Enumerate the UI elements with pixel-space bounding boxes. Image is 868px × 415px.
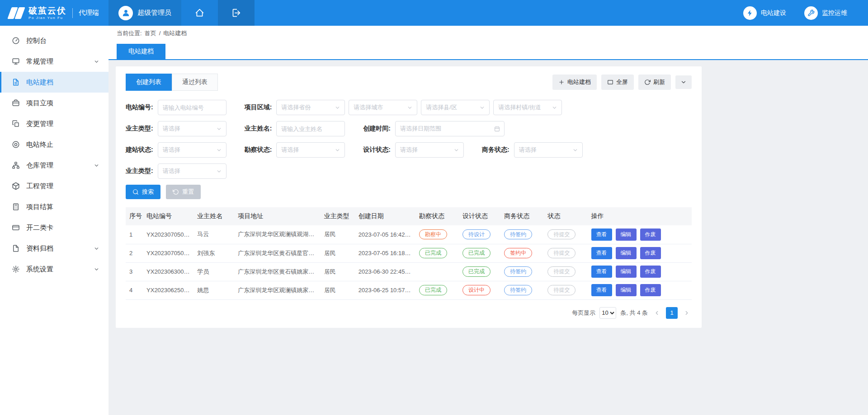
cell-owner: 刘强东 [193,244,234,262]
cell-created: 2023-07-05 16:18:50 [355,244,415,262]
cube-icon [12,182,20,190]
reset-icon [173,189,179,195]
filter-field: 商务状态:请选择 [482,142,583,158]
edit-button[interactable]: 编辑 [616,247,637,259]
filter-label: 建站状态: [126,146,153,154]
breadcrumb-home[interactable]: 首页 [145,29,156,37]
sidebar-item-label: 常规管理 [26,57,53,66]
column-header: 勘察状态 [415,207,459,225]
page-tab-station-filing[interactable]: 电站建档 [117,44,165,59]
logout-button[interactable] [218,0,255,26]
filter-select[interactable]: 请选择省份 [276,100,345,115]
chevron-down-icon [680,79,687,85]
monitor-icon [12,57,20,65]
logo-text: 破茧云伏 Po Jian Yun Fu [28,6,66,20]
breadcrumb-prefix: 当前位置: [117,29,142,37]
search-button[interactable]: 搜索 [126,185,160,199]
filter-select[interactable]: 请选择县/区 [421,100,490,115]
edit-button[interactable]: 编辑 [616,284,637,296]
chevron-down-icon [216,126,222,132]
edit-button[interactable]: 编辑 [616,228,637,241]
sidebar-item-type2-card[interactable]: 开二类卡 [0,217,108,238]
filter-select[interactable]: 请选择 [158,163,226,179]
view-button[interactable]: 查看 [591,284,612,296]
fullscreen-button[interactable]: 全屏 [601,75,634,90]
nav-station-construction[interactable]: 电站建设 [743,6,786,20]
filter-field: 业主姓名: [245,121,345,136]
sidebar-item-station-filing[interactable]: 电站建档 [0,72,108,93]
cell-owner: 马云 [193,225,234,244]
sidebar-item-archiving[interactable]: 资料归档 [0,238,108,259]
sidebar-item-general-mgmt[interactable]: 常规管理 [0,51,108,72]
edit-button[interactable]: 编辑 [616,266,637,278]
table-row: 4YX2023062500004姚思广东深圳龙华区观澜镇姚家庄...居民2023… [126,281,692,299]
filter-select[interactable]: 请选择村镇/街道 [493,100,562,115]
filter-label: 业主姓名: [245,125,272,133]
row-actions: 查看编辑作废 [591,266,688,278]
filter-label: 电站编号: [126,103,153,112]
sidebar-item-label: 控制台 [26,37,47,45]
sidebar-item-project-initiation[interactable]: 项目立项 [0,93,108,113]
void-button[interactable]: 作废 [640,228,661,241]
nav-label: 监控运维 [822,9,847,17]
sidebar-item-project-settlement[interactable]: 项目结算 [0,196,108,217]
status-badge: 待提交 [547,266,576,276]
content-card: 创建列表通过列表 电站建档 全屏 刷新 电站编号:项目区域: [116,66,702,328]
prev-page-button[interactable] [652,308,662,318]
date-range-input[interactable]: 请选择日期范围 [395,121,505,136]
filter-select[interactable]: 请选择城市 [349,100,417,115]
filter-select[interactable]: 请选择 [395,142,464,158]
filter-input[interactable] [158,100,226,115]
collapse-filters-button[interactable] [675,75,692,89]
button-label: 电站建档 [567,78,591,86]
header-right-nav: 电站建设监控运维 [743,0,868,26]
create-station-button[interactable]: 电站建档 [552,75,597,90]
per-page-select[interactable]: 10 [599,307,616,319]
placeholder-text: 请选择 [163,167,180,175]
void-button[interactable]: 作废 [640,266,661,278]
column-header: 商务状态 [500,207,544,225]
user-icon [122,9,130,17]
filter-select[interactable]: 请选择 [514,142,583,158]
filter-select[interactable]: 请选择 [158,121,226,136]
placeholder-text: 请选择 [519,146,537,154]
placeholder-text: 请选择 [400,146,418,154]
filter-select[interactable]: 请选择 [276,142,345,158]
filter-input[interactable] [276,121,345,136]
sidebar-item-change-mgmt[interactable]: 变更管理 [0,113,108,134]
next-page-button[interactable] [682,308,692,318]
view-button[interactable]: 查看 [591,247,612,259]
tab-passed-list[interactable]: 通过列表 [172,74,218,91]
row-actions: 查看编辑作废 [591,247,688,259]
home-button[interactable] [181,0,218,26]
sidebar-item-system-settings[interactable]: 系统设置 [0,259,108,280]
sidebar-item-station-termination[interactable]: 电站终止 [0,134,108,155]
cell-address: 广东深圳龙华区黄石镇星官大... [234,244,320,262]
filter-field: 请选择村镇/街道 [493,100,562,115]
cell-actions: 查看编辑作废 [588,281,692,299]
refresh-button[interactable]: 刷新 [638,75,671,90]
sidebar-item-engineering-mgmt[interactable]: 工程管理 [0,176,108,196]
button-label: 重置 [182,188,194,196]
cell-actions: 查看编辑作废 [588,262,692,281]
page-number-current[interactable]: 1 [666,307,678,319]
filter-select[interactable]: 请选择 [158,142,226,158]
filter-row: 业主类型:请选择 [126,163,692,179]
sidebar-item-console[interactable]: 控制台 [0,30,108,51]
cell-code: YX2023062500004 [143,281,193,299]
cell-business-status: 签约中 [500,244,544,262]
tab-create-list[interactable]: 创建列表 [126,74,172,91]
view-button[interactable]: 查看 [591,266,612,278]
user-menu[interactable]: 超级管理员 [108,0,181,26]
nav-monitoring-ops[interactable]: 监控运维 [804,6,847,20]
void-button[interactable]: 作废 [640,247,661,259]
void-button[interactable]: 作废 [640,284,661,296]
portal-label: 代理端 [79,9,99,17]
button-label: 刷新 [653,78,665,86]
filter-field: 请选择城市 [349,100,417,115]
reset-button[interactable]: 重置 [166,185,201,199]
view-button[interactable]: 查看 [591,228,612,241]
icon-circle [743,6,757,20]
filter-field: 电站编号: [126,100,226,115]
sidebar-item-warehouse-mgmt[interactable]: 仓库管理 [0,155,108,176]
